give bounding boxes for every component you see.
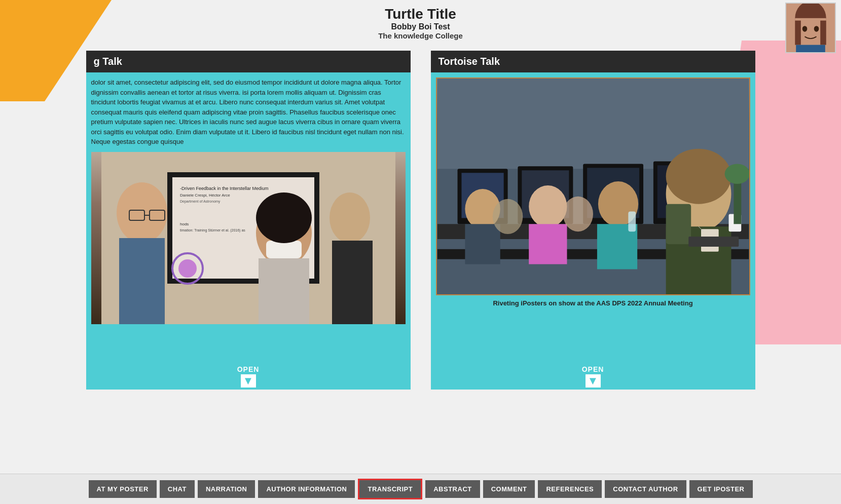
title-block: Turtle Title Bobby Boi Test The knowledg… (378, 6, 463, 40)
svg-text:hods: hods (180, 222, 189, 226)
left-panel-header: g Talk (86, 51, 411, 72)
author-information-button[interactable]: AUTHOR INFORMATION (258, 480, 355, 498)
comment-button[interactable]: COMMENT (483, 480, 535, 498)
narration-button[interactable]: NARRATION (198, 480, 255, 498)
left-panel-title: g Talk (94, 56, 122, 67)
svg-point-20 (178, 259, 197, 278)
svg-point-26 (256, 192, 312, 243)
right-panel-open[interactable]: OPEN (431, 365, 755, 373)
right-panel-content: Riveting iPosters on show at the AAS DPS… (431, 72, 755, 361)
left-panel-open[interactable]: OPEN (86, 365, 411, 373)
svg-text:timation: Training Stürmer et : timation: Training Stürmer et al. (2016)… (180, 228, 245, 232)
right-panel-chevron[interactable]: ▼ (586, 374, 601, 387)
panels-container: g Talk dolor sit amet, consectetur adipi… (0, 51, 841, 390)
svg-rect-10 (119, 238, 165, 324)
svg-point-57 (492, 199, 522, 234)
avatar (785, 3, 836, 53)
svg-rect-49 (666, 204, 691, 244)
svg-rect-4 (820, 21, 826, 45)
college-name: The knowledge College (378, 31, 463, 40)
svg-point-27 (330, 192, 370, 243)
transcript-button[interactable]: TRANSCRIPT (358, 479, 422, 499)
svg-text:Department of Astronomy: Department of Astronomy (180, 200, 221, 204)
svg-point-58 (563, 197, 593, 231)
right-panel-caption: Riveting iPosters on show at the AAS DPS… (436, 295, 750, 311)
get-iposter-button[interactable]: GET IPOSTER (689, 480, 753, 498)
right-panel-footer: OPEN ▼ (431, 361, 755, 390)
conference-image (436, 77, 750, 295)
svg-point-9 (117, 182, 167, 243)
svg-point-54 (666, 149, 731, 204)
svg-rect-44 (529, 224, 567, 264)
left-panel: g Talk dolor sit amet, consectetur adipi… (86, 51, 411, 390)
author-name: Bobby Boi Test (378, 22, 463, 31)
right-panel-header: Tortoise Talk (431, 51, 755, 72)
svg-rect-42 (465, 224, 500, 264)
page-title: Turtle Title (378, 6, 463, 22)
bottom-toolbar: AT MY POSTER CHAT NARRATION AUTHOR INFOR… (0, 474, 841, 504)
svg-rect-25 (266, 241, 302, 258)
page-header: Turtle Title Bobby Boi Test The knowledg… (0, 0, 841, 46)
chat-button[interactable]: CHAT (160, 480, 195, 498)
left-panel-text: dolor sit amet, consectetur adipiscing e… (91, 77, 406, 147)
left-panel-chevron[interactable]: ▼ (241, 374, 256, 387)
right-panel-scroll[interactable]: Riveting iPosters on show at the AAS DPS… (431, 72, 755, 361)
svg-rect-56 (688, 237, 739, 247)
left-panel-content: dolor sit amet, consectetur adipiscing e… (86, 72, 411, 361)
left-panel-image: -Driven Feedback in the Interstellar Med… (91, 152, 406, 324)
svg-text:-Driven Feedback in the Inters: -Driven Feedback in the Interstellar Med… (180, 186, 269, 191)
svg-rect-7 (796, 45, 825, 53)
svg-rect-59 (734, 179, 741, 224)
right-panel-title: Tortoise Talk (438, 56, 500, 67)
at-my-poster-button[interactable]: AT MY POSTER (89, 480, 157, 498)
svg-point-43 (529, 185, 567, 227)
svg-rect-24 (259, 258, 309, 324)
svg-point-60 (724, 164, 749, 184)
references-button[interactable]: REFERENCES (538, 480, 602, 498)
svg-rect-28 (332, 241, 373, 324)
svg-rect-62 (628, 212, 636, 232)
svg-text:Daniele Crespi, Héctor Arce: Daniele Crespi, Héctor Arce (180, 193, 230, 198)
svg-rect-3 (795, 21, 801, 45)
left-panel-footer: OPEN ▼ (86, 361, 411, 390)
contact-author-button[interactable]: CONTACT AUTHOR (605, 480, 686, 498)
abstract-button[interactable]: ABSTRACT (425, 480, 480, 498)
svg-point-6 (814, 26, 819, 32)
left-panel-scroll[interactable]: dolor sit amet, consectetur adipiscing e… (86, 72, 411, 361)
right-panel: Tortoise Talk (431, 51, 755, 390)
avatar-image (786, 4, 835, 52)
svg-point-5 (802, 26, 808, 32)
